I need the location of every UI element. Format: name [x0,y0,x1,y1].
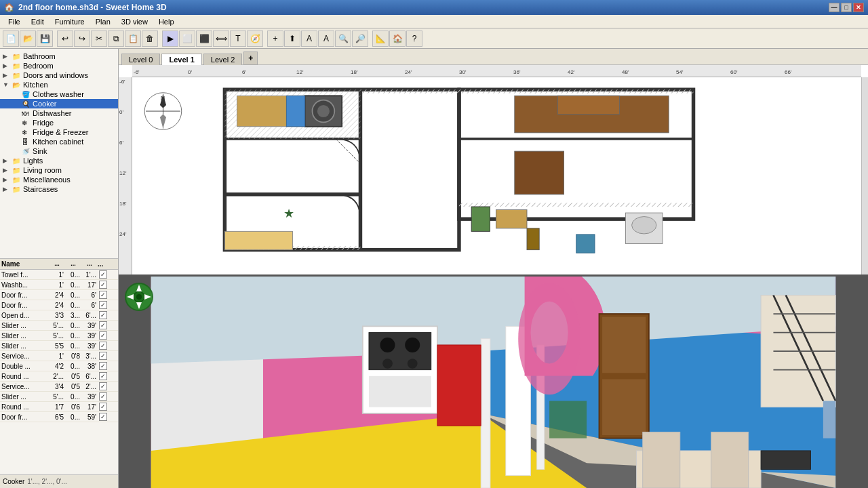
list-item-check[interactable]: ✓ [98,413,108,421]
menu-edit[interactable]: Edit [26,16,50,27]
list-item-check[interactable]: ✓ [98,382,108,390]
sidebar-item-dishwasher[interactable]: 🍽 Dishwasher [0,108,118,118]
add-text-button[interactable]: A [301,30,317,47]
checkbox[interactable]: ✓ [99,372,107,380]
new-button[interactable]: 📄 [3,30,19,47]
copy-button[interactable]: ⧉ [108,30,124,47]
menu-file[interactable]: File [3,16,26,27]
undo-button[interactable]: ↩ [57,30,73,47]
list-item-check[interactable]: ✓ [98,331,108,340]
plan-content[interactable]: N [132,77,861,274]
menu-furniture[interactable]: Furniture [50,16,90,27]
room-tool[interactable]: ⬛ [196,30,212,47]
dimension-tool[interactable]: ⟺ [213,30,229,47]
list-item-check[interactable]: ✓ [98,342,108,350]
list-item[interactable]: Door fr... 2'4 0... 6' ✓ [0,290,118,300]
checkbox[interactable]: ✓ [99,321,107,329]
checkbox[interactable]: ✓ [99,331,107,340]
import-furniture-button[interactable]: ⬆ [284,30,300,47]
sidebar-item-cooker[interactable]: 🍳 Cooker [0,99,118,108]
list-item[interactable]: Round ... 2'... 0'5 6'... ✓ [0,371,118,382]
checkbox[interactable]: ✓ [99,281,107,289]
3d-view[interactable] [119,277,868,488]
list-item[interactable]: Double ... 4'2 0... 38' ✓ [0,361,118,371]
nav-control[interactable] [124,282,154,312]
create-walls-tool[interactable]: ⬜ [179,30,195,47]
list-item-check[interactable]: ✓ [98,321,108,329]
sidebar-item-misc[interactable]: ▶ 📁 Miscellaneous [0,175,118,184]
list-item-check[interactable]: ✓ [98,372,108,380]
floorplan[interactable]: -6'0'6'12'18'24'30'36'42'48'54'60'66' -6… [119,65,868,277]
text-tool[interactable]: T [230,30,246,47]
sidebar-item-clothes-washer[interactable]: 🪣 Clothes washer [0,89,118,99]
list-item-check[interactable]: ✓ [98,403,108,411]
sidebar-item-staircases[interactable]: ▶ 📁 Staircases [0,184,118,194]
sidebar-item-fridge-freezer[interactable]: ❄ Fridge & Freezer [0,127,118,137]
menu-3dview[interactable]: 3D view [116,16,153,27]
sidebar-item-lights[interactable]: ▶ 📁 Lights [0,156,118,165]
list-item[interactable]: Washb... 1' 0... 17' ✓ [0,280,118,290]
2d-view-button[interactable]: 📐 [372,30,389,47]
select-tool[interactable]: ▶ [162,30,178,47]
list-item[interactable]: Door fr... 2'4 0... 6' ✓ [0,300,118,310]
sidebar-item-bathroom[interactable]: ▶ 📁 Bathroom [0,52,118,61]
cut-button[interactable]: ✂ [91,30,107,47]
list-item[interactable]: Slider ... 5'5 0... 39' ✓ [0,341,118,351]
list-item-check[interactable]: ✓ [98,352,108,360]
paste-button[interactable]: 📋 [125,30,141,47]
list-item-check[interactable]: ✓ [98,362,108,370]
list-item[interactable]: Slider ... 5'... 0... 39' ✓ [0,321,118,331]
list-item[interactable]: Open d... 3'3 3... 6'... ✓ [0,310,118,321]
list-item[interactable]: Door fr... 6'5 0... 59' ✓ [0,412,118,422]
add-dimension-button[interactable]: A [318,30,334,47]
tab-level1[interactable]: Level 1 [161,54,201,65]
floorplan-scrollbar-v[interactable] [861,77,868,274]
compass-tool[interactable]: 🧭 [247,30,263,47]
help-button[interactable]: ? [406,30,422,47]
sidebar-item-sink[interactable]: 🚿 Sink [0,146,118,156]
sidebar-item-fridge[interactable]: ❄ Fridge [0,118,118,127]
list-item[interactable]: Slider ... 5'... 0... 39' ✓ [0,331,118,341]
checkbox[interactable]: ✓ [99,352,107,360]
list-item[interactable]: Towel f... 1' 0... 1'... ✓ [0,270,118,280]
checkbox[interactable]: ✓ [99,382,107,390]
checkbox[interactable]: ✓ [99,301,107,309]
save-button[interactable]: 💾 [37,30,53,47]
list-item-check[interactable]: ✓ [98,291,108,299]
close-button[interactable]: ✕ [853,3,864,12]
checkbox[interactable]: ✓ [99,392,107,401]
list-item-check[interactable]: ✓ [98,281,108,289]
list-item[interactable]: Service... 1' 0'8 3'... ✓ [0,351,118,361]
sidebar-item-bedroom[interactable]: ▶ 📁 Bedroom [0,61,118,70]
menu-help[interactable]: Help [153,16,180,27]
list-item-check[interactable]: ✓ [98,270,108,279]
tab-level0[interactable]: Level 0 [121,54,160,65]
list-item-check[interactable]: ✓ [98,392,108,401]
sidebar-item-kitchen[interactable]: ▼ 📂 Kitchen [0,80,118,89]
list-item[interactable]: Slider ... 5'... 0... 39' ✓ [0,392,118,402]
list-item[interactable]: Round ... 1'7 0'6 17' ✓ [0,402,118,412]
open-button[interactable]: 📂 [20,30,36,47]
checkbox[interactable]: ✓ [99,342,107,350]
maximize-button[interactable]: □ [841,3,852,12]
delete-button[interactable]: 🗑 [142,30,158,47]
sidebar-item-living-room[interactable]: ▶ 📁 Living room [0,165,118,175]
list-item[interactable]: Service... 3'4 0'5 2'... ✓ [0,382,118,392]
minimize-button[interactable]: — [829,3,840,12]
list-item-check[interactable]: ✓ [98,311,108,319]
checkbox[interactable]: ✓ [99,311,107,319]
checkbox[interactable]: ✓ [99,413,107,421]
checkbox[interactable]: ✓ [99,270,107,279]
zoom-out-button[interactable]: 🔎 [352,30,368,47]
sidebar-item-doors[interactable]: ▶ 📁 Doors and windows [0,70,118,80]
tab-level2[interactable]: Level 2 [203,54,242,65]
checkbox[interactable]: ✓ [99,403,107,411]
3d-view-button[interactable]: 🏠 [389,30,406,47]
checkbox[interactable]: ✓ [99,362,107,370]
redo-button[interactable]: ↪ [74,30,90,47]
sidebar-item-kitchen-cabinet[interactable]: 🗄 Kitchen cabinet [0,137,118,146]
zoom-in-button[interactable]: 🔍 [335,30,351,47]
checkbox[interactable]: ✓ [99,291,107,299]
add-furniture-button[interactable]: + [267,30,283,47]
menu-plan[interactable]: Plan [90,16,116,27]
